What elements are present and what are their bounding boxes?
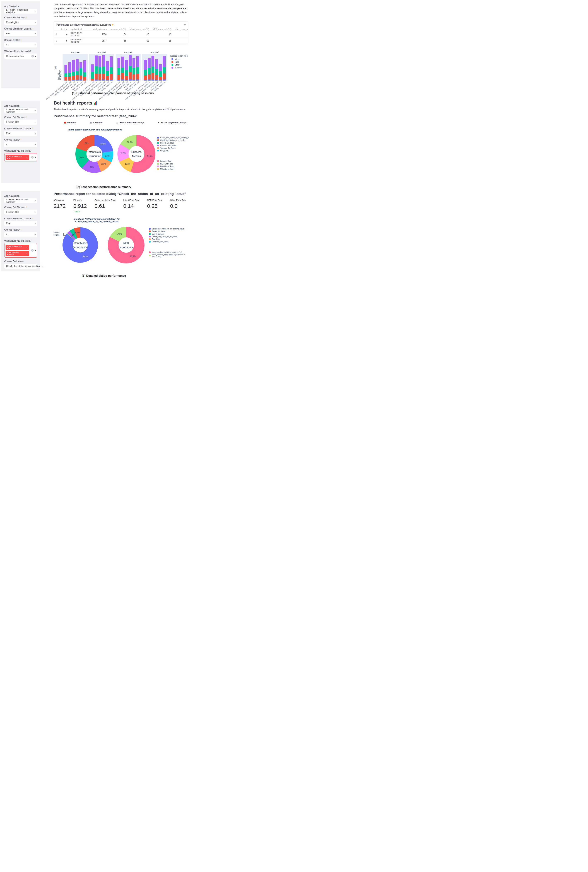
legend-item[interactable]: Case_Number_Entity (^[a-zA-Z0-9_.-]*$) bbox=[149, 251, 188, 253]
select-simulation-dataset[interactable]: Eval▾ bbox=[4, 31, 37, 36]
chevron-down-icon: ▾ bbox=[35, 249, 36, 252]
bar-segment-success bbox=[99, 55, 101, 67]
minimize-icon[interactable]: − bbox=[184, 23, 186, 26]
table-cell: 6 bbox=[59, 44, 69, 45]
chevron-down-icon: ▾ bbox=[34, 200, 36, 202]
legend-item-intent[interactable]: Intent bbox=[171, 58, 188, 60]
slice-label: 16.3% bbox=[127, 141, 132, 143]
legend-item[interactable]: Connect_with_sales bbox=[149, 241, 188, 243]
legend-item[interactable]: Intent Error Rate bbox=[157, 165, 189, 167]
select-simulation-dataset[interactable]: Eval▾ bbox=[4, 131, 37, 136]
legend-swatch bbox=[157, 160, 159, 162]
select-app-navigation[interactable]: 5. Health Reports and Analytics▾ bbox=[4, 9, 37, 13]
column-header bbox=[54, 27, 59, 31]
select-bot-platform[interactable]: Einstein_Bot▾ bbox=[4, 20, 37, 25]
select-test-id[interactable]: 4▾ bbox=[4, 232, 37, 237]
select-value: Einstein_Bot bbox=[6, 21, 19, 24]
clear-all-icon[interactable]: × bbox=[31, 156, 34, 159]
summary-legend: Check_the_status_of_an_existing_issueChe… bbox=[157, 136, 189, 175]
legend-swatch bbox=[149, 236, 151, 237]
select-app-navigation[interactable]: 5. Health Reports and Analytics▾ bbox=[4, 108, 37, 113]
widget-label-simulation-dataset: Choose Simulation Dataset ☟ bbox=[4, 27, 37, 30]
selected-tag[interactable]: Check Dialog Reports× bbox=[6, 251, 29, 256]
bar-segment-success bbox=[163, 56, 166, 67]
selected-tag[interactable]: Check Summary Re...× bbox=[6, 154, 29, 160]
widget-label-simulation-dataset: Choose Simulation Dataset ☟ bbox=[4, 127, 37, 130]
legend-item[interactable]: Connect_with_sales bbox=[157, 144, 189, 147]
legend-swatch bbox=[157, 150, 159, 151]
legend-item[interactable]: Check_the_status_of_an_existing_issue bbox=[157, 137, 189, 139]
slice-label: 54.9% bbox=[147, 155, 152, 157]
widget-label-what-to-do: What would you like to do? bbox=[4, 150, 37, 152]
select-app-navigation[interactable]: 5. Health Reports and Analytics▾ bbox=[4, 198, 37, 203]
table-cell: 56 bbox=[108, 37, 128, 44]
widget-label-test-id: Choose Test ID ☟ bbox=[4, 39, 37, 41]
bar-segment-other bbox=[155, 69, 158, 75]
summary-title: Performance summary for selected test (t… bbox=[54, 114, 188, 118]
legend-item[interactable]: Report_an_issue bbox=[149, 230, 188, 232]
table-cell: 16 bbox=[151, 44, 173, 45]
legend-swatch bbox=[171, 64, 173, 66]
multiselect-what-to-do[interactable]: Check Summary Re...××▾ bbox=[4, 153, 37, 162]
y-tick: 0.13 bbox=[56, 78, 61, 80]
stacked-bar bbox=[72, 60, 75, 81]
stat-bank-icon: 5 Entities bbox=[90, 121, 103, 124]
point-right-icon: ☛ bbox=[111, 24, 114, 26]
column-header: test_id bbox=[59, 27, 69, 31]
legend-item[interactable]: NER Error Rate bbox=[157, 163, 189, 165]
select-simulation-dataset[interactable]: Eval▾ bbox=[4, 221, 37, 226]
legend-item[interactable]: Transfer_To_Agent bbox=[157, 147, 189, 149]
slice-label: 12.3% bbox=[101, 163, 106, 165]
widget-label-bot-platform: Choose Bot Platform ☟ bbox=[4, 206, 37, 208]
table-cell: 16 bbox=[151, 31, 173, 37]
remove-tag-icon[interactable]: × bbox=[27, 156, 28, 159]
legend-item[interactable]: out_of_domain bbox=[149, 233, 188, 235]
slice-label: 20% bbox=[84, 142, 88, 144]
slice-label: 18.6% bbox=[79, 156, 84, 159]
select-test-id[interactable]: 4▾ bbox=[4, 142, 37, 147]
column-header: success_rate(%) bbox=[108, 27, 128, 31]
stacked-bar bbox=[106, 61, 109, 81]
legend-item-other[interactable]: Other bbox=[171, 64, 188, 66]
legend-item-ner[interactable]: NER bbox=[171, 61, 188, 63]
multiselect-what-to-do[interactable]: Choose an option×▾ bbox=[4, 54, 37, 59]
bar-segment-success bbox=[148, 58, 151, 68]
legend-label: out_of_domain bbox=[152, 233, 164, 235]
stacked-bar bbox=[152, 55, 154, 81]
table-cell: 9677 bbox=[90, 37, 108, 44]
slice-label: 9.64% bbox=[105, 155, 111, 157]
slice-label: 13.2% bbox=[125, 163, 130, 165]
selected-tag[interactable]: Check Summary Re...× bbox=[6, 245, 29, 250]
legend-item[interactable]: Check_the_status_of_an_order bbox=[149, 235, 188, 238]
legend-item[interactable]: Report_an_issue bbox=[157, 142, 189, 144]
point-down-icon: ☟ bbox=[32, 127, 33, 130]
legend-item[interactable]: Check_the_status_of_an_order bbox=[157, 139, 189, 141]
select-eval-intents[interactable]: Check_the_status_of_an_existing_i...▾ bbox=[4, 264, 37, 269]
facet-title: test_id=7 bbox=[142, 51, 167, 54]
legend-item[interactable]: Check_the_status_of_an_existing_issue bbox=[149, 228, 188, 230]
table-cell: 16 bbox=[151, 37, 173, 44]
select-bot-platform[interactable]: Einstein_Bot▾ bbox=[4, 210, 37, 214]
multiselect-what-to-do[interactable]: Check Summary Re...×Check Dialog Reports… bbox=[4, 243, 37, 258]
facet-panel bbox=[116, 54, 141, 81]
legend-item[interactable]: End_Chat bbox=[149, 238, 188, 240]
legend-item[interactable]: Other Error Rate bbox=[157, 168, 189, 170]
stacked-bar bbox=[76, 59, 79, 81]
legend-item[interactable]: End_Chat bbox=[157, 150, 189, 151]
chevron-down-icon: ▾ bbox=[34, 144, 36, 146]
legend-item-success[interactable]: Success bbox=[171, 67, 188, 69]
legend-item[interactable]: Success Rate bbox=[157, 160, 189, 162]
clear-all-icon[interactable]: × bbox=[31, 249, 34, 252]
metric-delta: ↑ Good bbox=[74, 210, 87, 213]
metric--sessions: #Sessions2172 bbox=[54, 199, 66, 213]
legend-item[interactable]: Email_Address_Entity (\b[\w\.\w]*+@\w+?\… bbox=[149, 254, 188, 258]
clear-all-icon[interactable]: × bbox=[32, 55, 34, 57]
legend-swatch bbox=[157, 147, 159, 149]
bar-segment-success bbox=[144, 60, 147, 70]
select-test-id[interactable]: 4▾ bbox=[4, 42, 37, 48]
metric-value: 0.912 bbox=[74, 203, 87, 209]
widget-label-simulation-dataset: Choose Simulation Dataset ☟ bbox=[4, 217, 37, 220]
remove-tag-icon[interactable]: × bbox=[27, 246, 28, 249]
select-bot-platform[interactable]: Einstein_Bot▾ bbox=[4, 120, 37, 124]
remove-tag-icon[interactable]: × bbox=[27, 252, 28, 255]
